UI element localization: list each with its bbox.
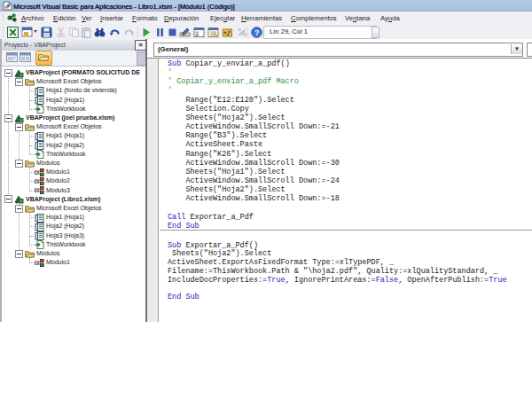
svg-text:?: ? xyxy=(254,28,259,37)
